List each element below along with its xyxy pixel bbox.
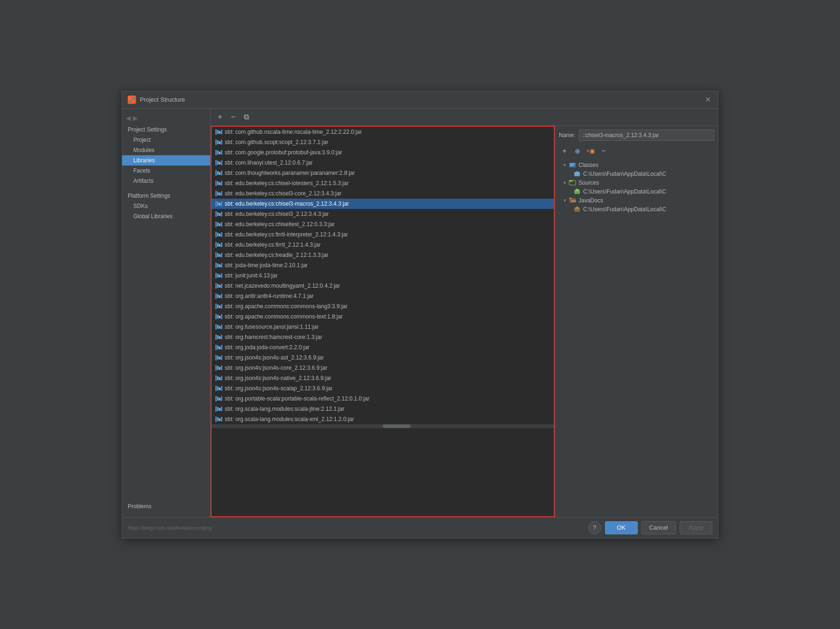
library-item[interactable]: sbt: org.portable-scala:portable-scala-r… xyxy=(212,394,554,404)
library-list-wrapper[interactable]: sbt: com.github.nscala-time:nscala-time_… xyxy=(211,126,555,517)
library-item[interactable]: sbt: org.fusesource.jansi:jansi:1.11:jar xyxy=(212,322,554,332)
svg-rect-69 xyxy=(217,294,219,298)
question-button[interactable]: ? xyxy=(588,521,601,534)
library-item[interactable]: sbt: org.json4s:json4s-core_2.12:3.6.9:j… xyxy=(212,363,554,373)
svg-rect-75 xyxy=(221,304,222,309)
remove-library-button[interactable]: − xyxy=(227,111,239,123)
sidebar-item-problems[interactable]: Problems xyxy=(122,501,210,511)
svg-rect-108 xyxy=(215,396,217,401)
library-item[interactable]: sbt: org.json4s:json4s-scalap_2.12:3.6.9… xyxy=(212,383,554,394)
details-panel: Name: + ⊕ +▣ − ▾ xyxy=(555,126,718,517)
library-item[interactable]: sbt: joda-time:joda-time:2.10.1:jar xyxy=(212,260,554,270)
library-item[interactable]: sbt: org.apache.commons:commons-text:1.8… xyxy=(212,311,554,322)
library-item[interactable]: sbt: org.antlr:antlr4-runtime:4.7.1:jar xyxy=(212,291,554,301)
sidebar-item-modules[interactable]: Modules xyxy=(122,145,210,155)
cancel-button[interactable]: Cancel xyxy=(641,521,676,534)
ok-button[interactable]: OK xyxy=(605,521,638,534)
add-jar-button[interactable]: +▣ xyxy=(585,145,596,157)
library-item[interactable]: sbt: edu.berkeley.cs:treadle_2.12:1.3.3:… xyxy=(212,250,554,260)
svg-rect-60 xyxy=(215,273,217,278)
library-item[interactable]: sbt: com.github.scopt:scopt_2.12:3.7.1:j… xyxy=(212,137,554,147)
sidebar-item-artifacts[interactable]: Artifacts xyxy=(122,176,210,186)
javadocs-expand-arrow[interactable]: ▾ xyxy=(561,197,568,204)
library-item[interactable]: sbt: org.json4s:json4s-native_2.12:3.6.9… xyxy=(212,373,554,383)
svg-rect-53 xyxy=(217,253,219,257)
library-item[interactable]: sbt: edu.berkeley.cs:chisel3-macros_2.12… xyxy=(212,199,554,209)
svg-rect-37 xyxy=(217,212,219,216)
library-item[interactable]: sbt: org.scala-lang.modules:scala-xml_2.… xyxy=(212,414,554,424)
svg-rect-63 xyxy=(221,273,222,278)
library-item[interactable]: sbt: org.scala-lang.modules:scala-jline:… xyxy=(212,404,554,414)
add-root-button[interactable]: + xyxy=(559,145,570,157)
svg-rect-93 xyxy=(217,356,219,359)
library-name: sbt: com.lihaoyi:utest_2.12:0.6.7:jar xyxy=(225,159,313,166)
remove-root-button[interactable]: − xyxy=(598,145,609,157)
sources-expand-arrow[interactable]: ▾ xyxy=(561,179,568,187)
library-item[interactable]: sbt: org.apache.commons:commons-lang3:3.… xyxy=(212,301,554,311)
library-item[interactable]: sbt: edu.berkeley.cs:chisel-iotesters_2.… xyxy=(212,178,554,188)
svg-rect-50 xyxy=(219,244,220,247)
library-icon xyxy=(215,344,223,351)
classes-expand-arrow[interactable]: ▾ xyxy=(561,161,568,169)
svg-rect-74 xyxy=(219,305,220,308)
close-button[interactable]: ✕ xyxy=(703,95,712,104)
svg-rect-28 xyxy=(215,191,217,196)
library-item[interactable]: sbt: com.thoughtworks.paranamer:paraname… xyxy=(212,168,554,178)
svg-rect-57 xyxy=(217,263,219,267)
project-settings-header: Project Settings xyxy=(122,124,210,135)
forward-arrow[interactable]: ▶ xyxy=(133,114,138,122)
library-icon xyxy=(215,139,223,145)
svg-rect-84 xyxy=(215,334,217,340)
platform-settings-header: Platform Settings xyxy=(122,191,210,201)
library-item[interactable]: sbt: org.joda:joda-convert:2.2.0:jar xyxy=(212,342,554,353)
library-item[interactable]: sbt: junit:junit:4.13:jar xyxy=(212,270,554,281)
svg-rect-62 xyxy=(219,275,220,277)
tree-area: ▾ Classes xyxy=(559,160,714,513)
library-name: sbt: edu.berkeley.cs:chisel3_2.12:3.4.3:… xyxy=(225,211,329,217)
library-item[interactable]: sbt: edu.berkeley.cs:chisel3-core_2.12:3… xyxy=(212,188,554,199)
svg-rect-19 xyxy=(221,160,222,165)
library-icon xyxy=(215,242,223,248)
sidebar-item-global-libraries[interactable]: Global Libraries xyxy=(122,211,210,221)
copy-library-button[interactable]: ⧉ xyxy=(241,111,252,123)
svg-rect-16 xyxy=(215,160,217,166)
library-name: sbt: org.scala-lang.modules:scala-jline:… xyxy=(225,406,344,412)
svg-rect-10 xyxy=(219,141,220,144)
library-icon xyxy=(215,231,223,238)
library-item[interactable]: sbt: edu.berkeley.cs:firrtl-interpreter_… xyxy=(212,229,554,240)
name-input[interactable] xyxy=(579,130,714,141)
library-item[interactable]: sbt: com.lihaoyi:utest_2.12:0.6.7:jar xyxy=(212,158,554,168)
library-icon xyxy=(215,252,223,258)
library-icon xyxy=(215,200,223,207)
svg-rect-32 xyxy=(215,201,217,207)
sidebar-item-libraries[interactable]: Libraries xyxy=(122,155,210,166)
library-item[interactable]: sbt: org.json4s:json4s-ast_2.12:3.6.9:ja… xyxy=(212,353,554,363)
svg-rect-73 xyxy=(217,304,219,308)
library-item[interactable]: sbt: edu.berkeley.cs:firrtl_2.12:1.4.3:j… xyxy=(212,240,554,250)
svg-rect-35 xyxy=(221,201,222,206)
library-name: sbt: edu.berkeley.cs:chiseltest_2.12:0.3… xyxy=(225,221,335,228)
library-item[interactable]: sbt: org.hamcrest:hamcrest-core:1.3:jar xyxy=(212,332,554,342)
add-library-button[interactable]: + xyxy=(214,111,226,123)
library-item[interactable]: sbt: net.jcazevedo:moultingyaml_2.12:0.4… xyxy=(212,281,554,291)
svg-rect-5 xyxy=(217,130,219,134)
svg-rect-106 xyxy=(219,387,220,390)
back-arrow[interactable]: ◀ xyxy=(126,114,131,122)
sidebar-item-facets[interactable]: Facets xyxy=(122,166,210,176)
library-item[interactable]: sbt: com.google.protobuf:protobuf-java:3… xyxy=(212,147,554,158)
library-item[interactable]: sbt: edu.berkeley.cs:chisel3_2.12:3.4.3:… xyxy=(212,209,554,219)
svg-rect-56 xyxy=(215,263,217,268)
svg-rect-9 xyxy=(217,140,219,144)
library-item[interactable]: sbt: com.github.nscala-time:nscala-time_… xyxy=(212,127,554,137)
add-module-root-button[interactable]: ⊕ xyxy=(572,145,583,157)
svg-rect-124 xyxy=(576,171,578,173)
horizontal-scrollbar[interactable] xyxy=(212,424,554,428)
sidebar-item-project[interactable]: Project xyxy=(122,135,210,145)
library-icon xyxy=(215,180,223,187)
library-item[interactable]: sbt: edu.berkeley.cs:chiseltest_2.12:0.3… xyxy=(212,219,554,229)
library-name: sbt: org.joda:joda-convert:2.2.0:jar xyxy=(225,344,310,351)
svg-rect-78 xyxy=(219,316,220,318)
sidebar-item-sdks[interactable]: SDKs xyxy=(122,201,210,211)
apply-button[interactable]: Apply xyxy=(680,521,712,534)
svg-rect-72 xyxy=(215,304,217,309)
